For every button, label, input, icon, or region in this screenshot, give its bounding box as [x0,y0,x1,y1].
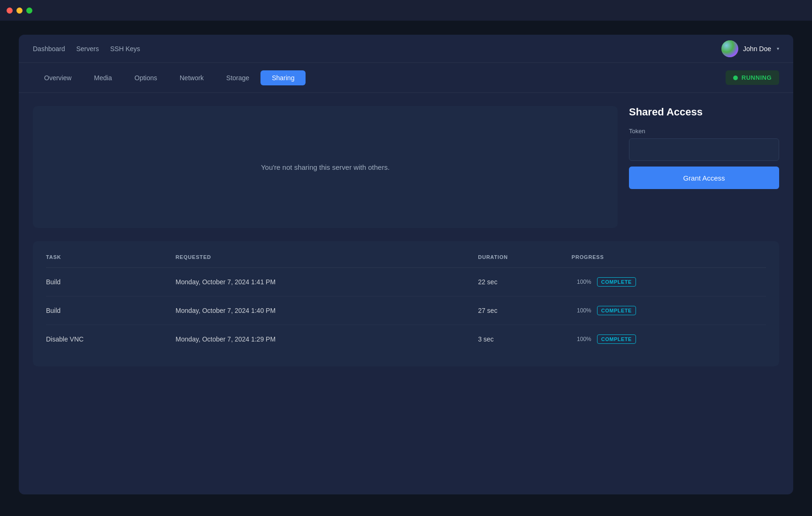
top-nav: Dashboard Servers SSH Keys John Doe ▾ [19,35,793,63]
task-requested-0: Monday, October 7, 2024 1:41 PM [176,268,478,296]
sharing-message: You're not sharing this server with othe… [261,163,390,171]
table-header-row: TASK REQUESTED DURATION PROGRESS [46,254,766,268]
sharing-panel: You're not sharing this server with othe… [33,106,618,228]
top-nav-links: Dashboard Servers SSH Keys [33,45,140,53]
tabs: Overview Media Options Network Storage S… [33,70,306,85]
minimize-button[interactable] [16,8,23,14]
user-name: John Doe [743,45,771,53]
nav-servers[interactable]: Servers [77,45,99,53]
status-dot [733,76,738,80]
fullscreen-button[interactable] [26,8,32,14]
task-progress-1: 100% COMPLETE [572,296,766,325]
task-requested-1: Monday, October 7, 2024 1:40 PM [176,296,478,325]
col-header-progress: PROGRESS [572,254,766,268]
complete-badge-0: COMPLETE [597,277,636,287]
main-panel: Dashboard Servers SSH Keys John Doe ▾ Ov… [19,35,793,494]
table-row: Disable VNC Monday, October 7, 2024 1:29… [46,325,766,354]
content-area: You're not sharing this server with othe… [19,93,793,241]
task-duration-0: 22 sec [478,268,571,296]
tab-sharing[interactable]: Sharing [260,70,306,85]
task-requested-2: Monday, October 7, 2024 1:29 PM [176,325,478,354]
tab-storage[interactable]: Storage [215,70,260,85]
task-duration-2: 3 sec [478,325,571,354]
status-badge[interactable]: RUNNING [726,70,779,85]
task-duration-1: 27 sec [478,296,571,325]
task-progress-0: 100% COMPLETE [572,268,766,296]
task-name-1: Build [46,296,176,325]
col-header-requested: REQUESTED [176,254,478,268]
user-menu[interactable]: John Doe ▾ [721,40,779,57]
tasks-section: TASK REQUESTED DURATION PROGRESS Build M… [33,241,779,366]
token-label: Token [629,128,779,135]
tab-overview[interactable]: Overview [33,70,83,85]
tab-network[interactable]: Network [169,70,215,85]
nav-dashboard[interactable]: Dashboard [33,45,65,53]
table-row: Build Monday, October 7, 2024 1:40 PM 27… [46,296,766,325]
user-dropdown-arrow: ▾ [777,46,779,51]
user-avatar [721,40,738,57]
task-name-0: Build [46,268,176,296]
sub-nav: Overview Media Options Network Storage S… [19,63,793,93]
grant-access-button[interactable]: Grant Access [629,167,779,189]
nav-ssh-keys[interactable]: SSH Keys [110,45,140,53]
tab-options[interactable]: Options [123,70,169,85]
col-header-task: TASK [46,254,176,268]
task-name-2: Disable VNC [46,325,176,354]
app-container: Dashboard Servers SSH Keys John Doe ▾ Ov… [0,21,812,516]
token-input[interactable] [629,138,779,161]
close-button[interactable] [7,8,13,14]
col-header-duration: DURATION [478,254,571,268]
complete-badge-1: COMPLETE [597,306,636,315]
status-text: RUNNING [742,74,772,81]
shared-access-title: Shared Access [629,106,779,118]
tab-media[interactable]: Media [83,70,123,85]
task-progress-2: 100% COMPLETE [572,325,766,354]
progress-pct-1: 100% [576,307,591,314]
progress-pct-0: 100% [576,279,591,285]
tasks-table: TASK REQUESTED DURATION PROGRESS Build M… [46,254,766,353]
shared-access-panel: Shared Access Token Grant Access [629,106,779,189]
complete-badge-2: COMPLETE [597,334,636,344]
progress-pct-2: 100% [576,336,591,342]
title-bar [0,0,812,21]
table-row: Build Monday, October 7, 2024 1:41 PM 22… [46,268,766,296]
